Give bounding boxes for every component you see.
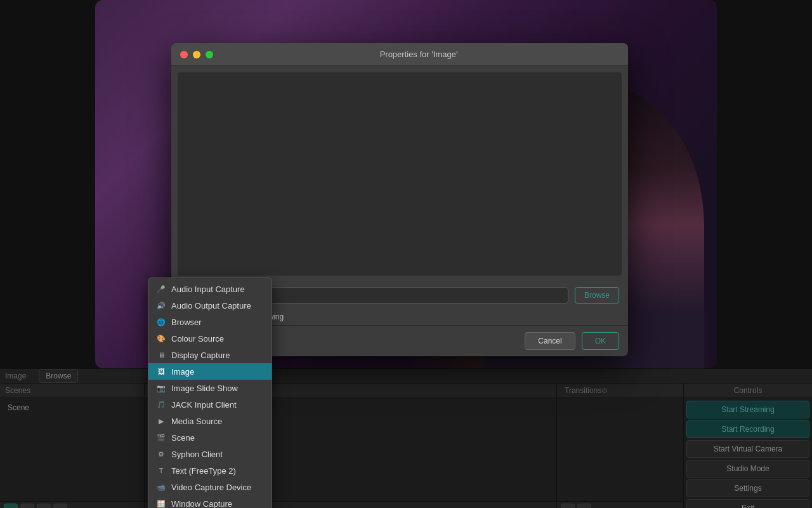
media-source-icon: ▶ <box>156 416 166 426</box>
menu-item-browser[interactable]: 🌐 Browser <box>148 314 272 330</box>
menu-item-label: Colour Source <box>171 334 224 344</box>
modal-preview-area <box>178 72 622 276</box>
syphon-client-icon: ⚙ <box>156 449 166 459</box>
image-icon: 🖼 <box>156 366 166 377</box>
colour-source-icon: 🎨 <box>156 333 166 344</box>
minimize-window-button[interactable] <box>193 51 200 58</box>
menu-item-label: Text (FreeType 2) <box>171 466 236 476</box>
menu-item-label: Image Slide Show <box>171 384 238 393</box>
menu-item-audio-output[interactable]: 🔊 Audio Output Capture <box>148 297 272 314</box>
menu-item-display-capture[interactable]: 🖥 Display Capture <box>148 347 272 363</box>
jack-input-icon: 🎵 <box>156 399 166 410</box>
audio-input-icon: 🎤 <box>156 284 166 294</box>
menu-item-jack-input[interactable]: 🎵 JACK Input Client <box>148 396 272 413</box>
menu-item-audio-input[interactable]: 🎤 Audio Input Capture <box>148 281 272 297</box>
menu-item-window-capture[interactable]: 🪟 Window Capture <box>148 495 272 508</box>
menu-item-colour-source[interactable]: 🎨 Colour Source <box>148 330 272 347</box>
maximize-window-button[interactable] <box>206 51 213 58</box>
modal-titlebar: Properties for 'Image' <box>171 43 628 66</box>
menu-item-media-source[interactable]: ▶ Media Source <box>148 413 272 429</box>
browser-icon: 🌐 <box>156 317 166 327</box>
menu-item-label: Browser <box>171 318 202 327</box>
menu-item-label: Display Capture <box>171 351 230 360</box>
ok-button[interactable]: OK <box>582 332 619 350</box>
cancel-button[interactable]: Cancel <box>525 332 575 350</box>
window-capture-icon: 🪟 <box>156 498 166 508</box>
close-window-button[interactable] <box>180 51 188 58</box>
menu-item-label: Audio Output Capture <box>171 301 251 311</box>
menu-item-label: Video Capture Device <box>171 483 251 492</box>
display-capture-icon: 🖥 <box>156 350 166 360</box>
scene-icon: 🎬 <box>156 432 166 443</box>
menu-item-image[interactable]: 🖼 Image <box>148 363 272 380</box>
video-capture-icon: 📹 <box>156 482 166 492</box>
text-freetype-icon: T <box>156 465 166 476</box>
menu-item-text-freetype[interactable]: T Text (FreeType 2) <box>148 462 272 479</box>
menu-item-label: Media Source <box>171 417 222 426</box>
menu-item-label: Syphon Client <box>171 450 223 459</box>
menu-item-label: Audio Input Capture <box>171 284 245 294</box>
menu-item-label: Image <box>171 367 194 377</box>
audio-output-icon: 🔊 <box>156 300 166 311</box>
modal-title: Properties for 'Image' <box>218 50 619 59</box>
menu-item-label: JACK Input Client <box>171 400 237 410</box>
modal-browse-button[interactable]: Browse <box>575 287 619 304</box>
menu-item-label: Window Capture <box>171 499 232 509</box>
context-menu: 🎤 Audio Input Capture 🔊 Audio Output Cap… <box>148 277 272 508</box>
menu-item-video-capture[interactable]: 📹 Video Capture Device <box>148 479 272 495</box>
menu-item-image-slideshow[interactable]: 📷 Image Slide Show <box>148 380 272 396</box>
menu-item-syphon-client[interactable]: ⚙ Syphon Client <box>148 446 272 462</box>
menu-item-scene[interactable]: 🎬 Scene <box>148 429 272 446</box>
menu-item-label: Scene <box>171 433 195 443</box>
image-slideshow-icon: 📷 <box>156 383 166 393</box>
